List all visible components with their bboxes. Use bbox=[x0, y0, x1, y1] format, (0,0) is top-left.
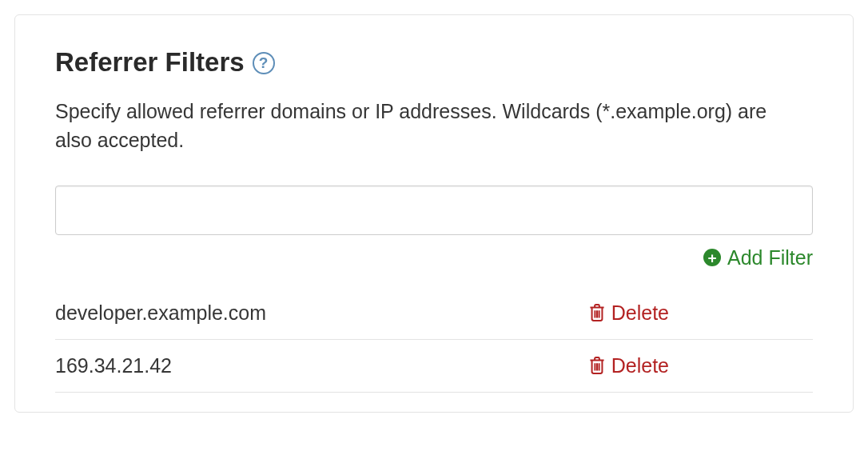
filter-item: developer.example.com Delete bbox=[55, 287, 813, 340]
filter-value: developer.example.com bbox=[55, 301, 589, 325]
panel-header: Referrer Filters ? bbox=[55, 47, 813, 78]
help-icon[interactable]: ? bbox=[253, 52, 275, 74]
trash-icon bbox=[589, 356, 605, 375]
panel-title: Referrer Filters bbox=[55, 47, 245, 78]
trash-icon bbox=[589, 303, 605, 322]
panel-description: Specify allowed referrer domains or IP a… bbox=[55, 97, 774, 155]
delete-filter-button[interactable]: Delete bbox=[589, 354, 669, 377]
plus-circle-icon: + bbox=[703, 249, 721, 266]
add-filter-label: Add Filter bbox=[727, 246, 813, 269]
delete-label: Delete bbox=[611, 301, 669, 325]
delete-label: Delete bbox=[611, 354, 669, 377]
filter-item: 169.34.21.42 Delete bbox=[55, 340, 813, 393]
add-filter-row: + Add Filter bbox=[55, 246, 813, 269]
add-filter-button[interactable]: + Add Filter bbox=[703, 246, 813, 269]
referrer-filters-panel: Referrer Filters ? Specify allowed refer… bbox=[14, 14, 854, 413]
filter-value: 169.34.21.42 bbox=[55, 354, 589, 377]
referrer-filter-input[interactable] bbox=[55, 186, 813, 235]
delete-filter-button[interactable]: Delete bbox=[589, 301, 669, 325]
